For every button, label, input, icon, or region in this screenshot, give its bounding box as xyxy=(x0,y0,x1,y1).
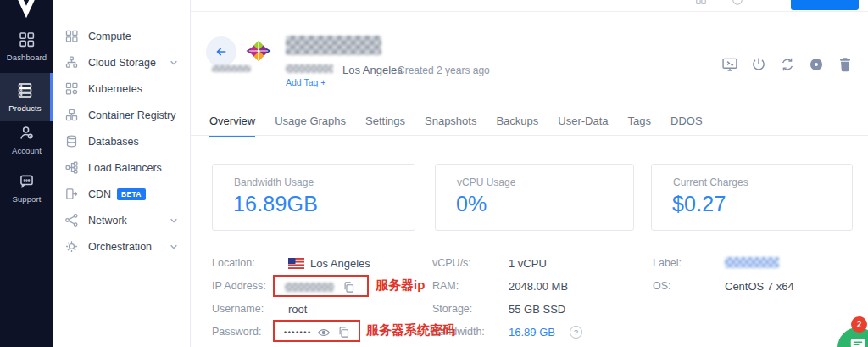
username-value: root xyxy=(288,303,307,316)
sidebar-item-dashboard[interactable]: Dashboard xyxy=(0,31,53,62)
ip-address-label: IP Address: xyxy=(212,280,266,292)
kubernetes-icon xyxy=(64,81,79,96)
ip-annotation-box xyxy=(273,275,369,297)
sidebar-item-support[interactable]: Support xyxy=(0,172,53,204)
vultr-logo xyxy=(12,0,41,19)
password-label: Password: xyxy=(212,326,261,338)
menu-item-label: Kubernetes xyxy=(88,83,142,95)
add-tag-link[interactable]: Add Tag + xyxy=(286,77,326,87)
sidebar-item-account[interactable]: Account xyxy=(0,124,53,155)
back-button[interactable] xyxy=(206,36,236,67)
centos-logo xyxy=(246,38,271,64)
menu-item-label: Databases xyxy=(88,136,139,148)
chevron-down-icon xyxy=(170,243,178,251)
power-icon[interactable] xyxy=(750,56,767,73)
sidebar-item-label: Account xyxy=(12,146,42,155)
products-icon xyxy=(16,81,34,99)
instance-tabs: Overview Usage Graphs Settings Snapshots… xyxy=(209,115,703,137)
topbar-divider xyxy=(191,11,868,12)
ip-annotation-text: 服务器ip xyxy=(376,277,425,294)
menu-item-label: Load Balancers xyxy=(88,162,162,174)
databases-icon xyxy=(64,134,79,148)
menu-item-databases[interactable]: Databases xyxy=(53,128,190,154)
menu-item-cloud-storage[interactable]: Cloud Storage xyxy=(53,49,190,76)
chevron-down-icon xyxy=(170,216,178,225)
username-label: Username: xyxy=(212,303,264,315)
deploy-button[interactable] xyxy=(791,0,859,10)
bandwidth-usage-card: Bandwidth Usage 16.89GB xyxy=(212,164,415,231)
nav-rail: Dashboard Products Account Support xyxy=(0,0,53,347)
eye-icon[interactable] xyxy=(317,326,331,339)
ram-value: 2048.00 MB xyxy=(509,280,568,293)
us-flag-icon xyxy=(288,258,304,269)
menu-item-compute[interactable]: Compute xyxy=(53,23,190,49)
console-icon[interactable] xyxy=(721,56,738,73)
sidebar-item-label: Support xyxy=(13,194,42,204)
os-label: OS: xyxy=(653,280,671,292)
menu-item-label: CDN xyxy=(88,188,111,200)
cdn-icon xyxy=(64,187,79,201)
menu-item-label: Network xyxy=(88,215,127,227)
bandwidth-help-icon[interactable]: ? xyxy=(570,326,582,339)
help-icon[interactable] xyxy=(732,0,743,8)
sidebar-item-label: Dashboard xyxy=(7,53,47,62)
header-location: Los Angeles xyxy=(342,64,403,76)
orchestration-icon xyxy=(64,239,79,254)
instance-actions xyxy=(721,56,854,73)
reinstall-icon[interactable] xyxy=(779,56,796,73)
load-balancers-icon xyxy=(64,160,79,175)
copy-icon[interactable] xyxy=(342,281,355,294)
compute-icon xyxy=(64,29,79,43)
menu-item-label: Container Registry xyxy=(88,109,176,121)
tab-user-data[interactable]: User-Data xyxy=(558,115,608,137)
password-annotation-text: 服务器系统密码 xyxy=(366,322,455,339)
vcpu-usage-card: vCPU Usage 0% xyxy=(435,164,634,231)
ram-label: RAM: xyxy=(432,280,459,292)
cloud-storage-icon xyxy=(64,55,79,70)
menu-item-cdn[interactable]: CDN BETA xyxy=(53,181,190,207)
tab-backups[interactable]: Backups xyxy=(496,115,538,137)
tab-settings[interactable]: Settings xyxy=(365,115,405,137)
tabs-divider xyxy=(191,135,868,136)
copy-icon[interactable] xyxy=(337,326,350,339)
vcpu-value: 1 vCPU xyxy=(509,257,547,270)
menu-item-container-registry[interactable]: Container Registry xyxy=(53,102,190,128)
arrow-left-icon xyxy=(214,44,229,59)
tab-usage-graphs[interactable]: Usage Graphs xyxy=(275,115,346,137)
iso-icon[interactable] xyxy=(808,56,825,73)
location-value: Los Angeles xyxy=(310,257,370,270)
location-label: Location: xyxy=(212,257,255,269)
header-created: Created 2 years ago xyxy=(398,64,490,76)
tab-tags[interactable]: Tags xyxy=(628,115,651,137)
menu-item-load-balancers[interactable]: Load Balancers xyxy=(53,154,190,181)
card-label: Current Charges xyxy=(673,176,748,188)
menu-item-kubernetes[interactable]: Kubernetes xyxy=(53,76,190,102)
account-icon xyxy=(18,124,36,142)
tab-snapshots[interactable]: Snapshots xyxy=(425,115,476,137)
notifications-icon[interactable] xyxy=(695,0,707,8)
tab-ddos[interactable]: DDOS xyxy=(670,115,703,137)
os-value: CentOS 7 x64 xyxy=(725,280,794,293)
ip-address-redacted xyxy=(285,283,334,292)
trash-icon[interactable] xyxy=(837,56,854,73)
support-icon xyxy=(18,172,36,190)
sidebar-item-label: Products xyxy=(8,104,41,113)
card-label: Bandwidth Usage xyxy=(234,176,314,188)
chat-notification-badge: 2 xyxy=(851,316,867,333)
menu-item-network[interactable]: Network xyxy=(53,207,190,233)
card-label: vCPU Usage xyxy=(457,176,515,188)
vcpu-label: vCPU/s: xyxy=(432,257,471,269)
card-value: 0% xyxy=(456,192,487,216)
storage-value: 55 GB SSD xyxy=(509,303,565,316)
current-charges-card: Current Charges $0.27 xyxy=(651,164,853,231)
password-annotation-box: ••••••• xyxy=(273,320,360,342)
storage-label: Storage: xyxy=(432,303,472,315)
card-value: $0.27 xyxy=(672,192,726,216)
network-icon xyxy=(64,213,79,227)
menu-item-orchestration[interactable]: Orchestration xyxy=(53,233,190,260)
tab-overview[interactable]: Overview xyxy=(209,115,255,137)
password-dots: ••••••• xyxy=(284,328,312,337)
container-registry-icon xyxy=(64,108,79,122)
label-label: Label: xyxy=(653,257,682,269)
sidebar-item-products[interactable]: Products xyxy=(0,73,53,121)
